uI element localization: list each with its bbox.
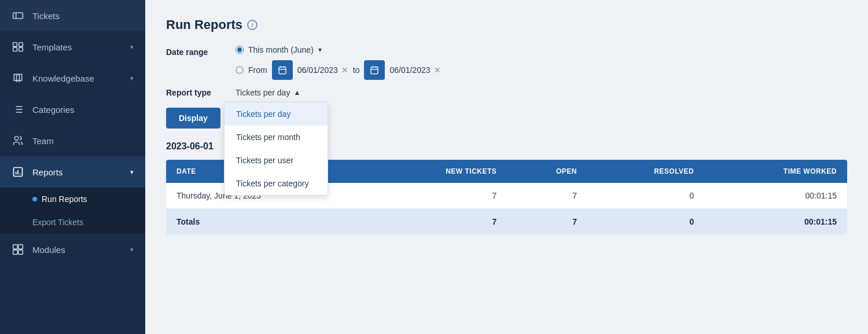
svg-rect-2 <box>13 43 17 47</box>
to-label: to <box>353 65 360 75</box>
custom-date-row: From 06/01/2023 ✕ to <box>236 60 441 80</box>
preset-chevron-icon: ▾ <box>318 46 322 54</box>
dropdown-item-per-month[interactable]: Tickets per month <box>225 126 328 149</box>
col-open: OPEN <box>507 160 587 183</box>
svg-rect-20 <box>19 250 23 255</box>
sidebar-item-knowledgebase[interactable]: Knowledgebase ▾ <box>0 63 145 94</box>
from-date-clear-icon[interactable]: ✕ <box>341 65 348 75</box>
totals-row: Totals 7 7 0 00:01:15 <box>166 209 847 235</box>
sidebar-sub-export-tickets[interactable]: Export Tickets <box>0 211 145 234</box>
report-type-dropdown: Tickets per day Tickets per month Ticket… <box>224 102 328 196</box>
svg-rect-25 <box>371 67 378 74</box>
date-range-section: Date range This month (June) ▾ From <box>166 45 847 80</box>
svg-rect-19 <box>13 250 18 255</box>
ticket-icon <box>12 9 24 22</box>
sidebar-item-team-label: Team <box>32 136 134 146</box>
sidebar-item-reports-label: Reports <box>32 167 122 177</box>
sidebar: Tickets Templates ▾ Knowledgebase ▾ <box>0 0 145 334</box>
cell-open: 7 <box>507 183 587 209</box>
display-button[interactable]: Display <box>166 108 220 129</box>
templates-arrow-icon: ▾ <box>130 43 134 51</box>
preset-radio[interactable] <box>236 46 244 54</box>
report-type-chevron-icon: ▲ <box>293 89 300 97</box>
preset-radio-row: This month (June) ▾ <box>236 45 441 54</box>
sidebar-item-reports[interactable]: Reports ▾ <box>0 156 145 188</box>
svg-rect-5 <box>19 47 23 52</box>
templates-icon <box>12 41 24 53</box>
sidebar-item-knowledgebase-label: Knowledgebase <box>32 74 122 83</box>
sidebar-item-categories[interactable]: Categories <box>0 94 145 125</box>
svg-rect-17 <box>13 245 18 249</box>
from-calendar-button[interactable] <box>272 60 293 80</box>
date-range-label: Date range <box>166 45 224 57</box>
page-header: Run Reports i <box>166 17 847 32</box>
totals-time-worked: 00:01:15 <box>704 209 847 235</box>
book-icon <box>12 72 24 85</box>
active-dot <box>32 197 37 201</box>
to-date-value: 06/01/2023 <box>389 65 430 75</box>
sidebar-item-categories-label: Categories <box>32 105 134 115</box>
report-type-label: Report type <box>166 88 224 97</box>
team-icon <box>12 134 24 147</box>
main-content: Run Reports i Date range This month (Jun… <box>145 0 868 334</box>
sidebar-item-tickets[interactable]: Tickets <box>0 0 145 31</box>
report-type-section: Report type Tickets per day ▲ Tickets pe… <box>166 88 847 97</box>
from-date-display: 06/01/2023 ✕ <box>297 65 348 75</box>
report-type-value: Tickets per day <box>236 88 290 97</box>
col-time-worked: TIME WORKED <box>704 160 847 183</box>
page-title: Run Reports <box>166 17 242 32</box>
cell-time-worked: 00:01:15 <box>704 183 847 209</box>
preset-label: This month (June) <box>248 45 314 54</box>
sidebar-item-tickets-label: Tickets <box>32 11 134 21</box>
totals-new-tickets: 7 <box>369 209 507 235</box>
report-type-select[interactable]: Tickets per day ▲ <box>236 88 300 97</box>
custom-date-radio[interactable] <box>236 66 244 74</box>
totals-label: Totals <box>166 209 369 235</box>
run-reports-label: Run Reports <box>42 194 87 204</box>
svg-rect-3 <box>19 43 23 47</box>
modules-arrow-icon: ▾ <box>130 246 134 254</box>
svg-point-12 <box>14 137 19 141</box>
reports-arrow-icon: ▾ <box>130 168 134 176</box>
categories-icon <box>12 103 24 116</box>
svg-rect-0 <box>13 13 23 19</box>
modules-icon <box>12 243 24 256</box>
dropdown-item-per-day[interactable]: Tickets per day <box>225 102 328 126</box>
dropdown-item-per-user[interactable]: Tickets per user <box>225 149 328 172</box>
col-resolved: RESOLVED <box>587 160 704 183</box>
from-date-value: 06/01/2023 <box>297 65 338 75</box>
export-tickets-label: Export Tickets <box>32 218 83 227</box>
sidebar-item-modules[interactable]: Modules ▾ <box>0 234 145 265</box>
sidebar-item-templates-label: Templates <box>32 42 122 52</box>
from-label: From <box>248 65 267 75</box>
cell-resolved: 0 <box>587 183 704 209</box>
reports-icon <box>12 166 24 178</box>
svg-rect-21 <box>279 67 286 74</box>
to-date-display: 06/01/2023 ✕ <box>389 65 440 75</box>
info-icon: i <box>247 20 258 30</box>
sidebar-reports-submenu: Run Reports Export Tickets <box>0 188 145 234</box>
sidebar-item-templates[interactable]: Templates ▾ <box>0 31 145 63</box>
to-date-clear-icon[interactable]: ✕ <box>434 65 441 75</box>
to-calendar-button[interactable] <box>364 60 385 80</box>
sidebar-item-modules-label: Modules <box>32 245 122 255</box>
svg-rect-18 <box>19 245 23 249</box>
dropdown-item-per-category[interactable]: Tickets per category <box>225 172 328 195</box>
totals-open: 7 <box>507 209 587 235</box>
knowledgebase-arrow-icon: ▾ <box>130 75 134 82</box>
svg-rect-4 <box>13 47 17 52</box>
col-new-tickets: NEW TICKETS <box>369 160 507 183</box>
cell-new-tickets: 7 <box>369 183 507 209</box>
sidebar-sub-run-reports[interactable]: Run Reports <box>0 188 145 211</box>
totals-resolved: 0 <box>587 209 704 235</box>
sidebar-item-team[interactable]: Team <box>0 125 145 156</box>
date-range-controls: This month (June) ▾ From 06/01/2023 <box>236 45 441 80</box>
